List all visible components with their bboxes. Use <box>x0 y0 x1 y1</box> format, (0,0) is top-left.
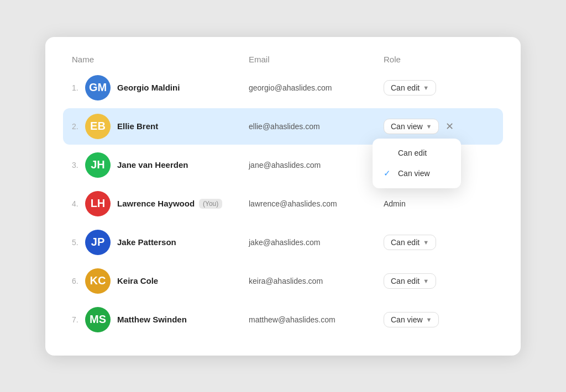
table-row: 2.EBEllie Brentellie@ahaslides.comCan vi… <box>63 108 503 145</box>
chevron-down-icon: ▼ <box>423 278 429 284</box>
table-row: 4.LHLawrence Haywood(You)lawrence@ahasli… <box>63 186 503 222</box>
name-cell: 5.JPJake Patterson <box>72 230 249 255</box>
name-cell: 3.JHJane van Heerden <box>72 152 249 178</box>
role-dropdown-wrapper: Can view▼Can edit✓Can view <box>384 119 439 134</box>
role-dropdown-label: Can edit <box>391 83 420 92</box>
role-dropdown-wrapper: Can edit▼ <box>384 80 436 96</box>
chevron-down-icon: ▼ <box>423 84 429 91</box>
avatar: MS <box>85 307 111 332</box>
role-dropdown-wrapper: Can edit▼ <box>384 273 436 289</box>
row-number: 6. <box>72 277 82 285</box>
name-cell: 1.GMGeorgio Maldini <box>72 75 249 100</box>
role-dropdown-label: Can view <box>391 315 423 324</box>
col-role: Role <box>384 55 494 64</box>
you-badge: (You) <box>199 199 222 209</box>
role-dropdown-label: Can edit <box>391 238 420 247</box>
user-permissions-card: Name Email Role 1.GMGeorgio Maldinigeorg… <box>45 37 521 356</box>
role-dropdown-wrapper: Can edit▼ <box>384 235 436 250</box>
role-cell: Can view▼ <box>384 312 494 327</box>
avatar: LH <box>85 191 111 216</box>
role-dropdown-button[interactable]: Can edit▼ <box>384 235 436 250</box>
role-label: Admin <box>384 199 406 208</box>
role-dropdown-button[interactable]: Can view▼ <box>384 312 439 327</box>
user-name: Lawrence Haywood <box>117 199 195 208</box>
row-number: 2. <box>72 122 82 131</box>
col-email: Email <box>249 55 384 64</box>
email-cell: jane@ahaslides.com <box>249 161 384 169</box>
avatar: JH <box>85 152 111 178</box>
user-name: Jane van Heerden <box>117 160 188 169</box>
name-cell: 7.MSMatthew Swinden <box>72 307 249 332</box>
email-cell: ellie@ahaslides.com <box>249 122 384 131</box>
email-cell: georgio@ahaslides.com <box>249 83 384 92</box>
email-cell: keira@ahaslides.com <box>249 277 384 285</box>
avatar: GM <box>85 75 111 100</box>
user-name: Keira Cole <box>117 276 158 285</box>
name-cell: 2.EBEllie Brent <box>72 114 249 139</box>
row-number: 3. <box>72 161 82 169</box>
chevron-down-icon: ▼ <box>426 123 432 130</box>
row-number: 5. <box>72 238 82 247</box>
col-name: Name <box>72 55 249 64</box>
email-cell: lawrence@ahaslides.com <box>249 199 384 208</box>
rows-container: 1.GMGeorgio Maldinigeorgio@ahaslides.com… <box>63 70 503 338</box>
avatar: KC <box>85 268 111 294</box>
table-row: 5.JPJake Pattersonjake@ahaslides.comCan … <box>63 224 503 261</box>
role-cell: Can edit▼ <box>384 80 494 96</box>
dropdown-option[interactable]: Can edit <box>373 143 461 163</box>
user-name: Georgio Maldini <box>117 83 180 92</box>
role-dropdown-label: Can view <box>391 122 423 131</box>
user-name: Jake Patterson <box>117 237 176 247</box>
dropdown-option-label: Can edit <box>398 149 427 157</box>
role-dropdown-button[interactable]: Can edit▼ <box>384 80 436 96</box>
role-cell: Can edit▼ <box>384 273 494 289</box>
table-row: 7.MSMatthew Swindenmatthew@ahaslides.com… <box>63 301 503 338</box>
role-dropdown-menu: Can edit✓Can view <box>373 139 461 188</box>
user-name: Ellie Brent <box>117 121 158 131</box>
name-cell: 6.KCKeira Cole <box>72 268 249 294</box>
email-cell: matthew@ahaslides.com <box>249 315 384 324</box>
row-number: 1. <box>72 83 82 92</box>
chevron-down-icon: ▼ <box>426 316 432 323</box>
avatar: EB <box>85 114 111 139</box>
check-icon: ✓ <box>384 168 392 178</box>
chevron-down-icon: ▼ <box>423 239 429 246</box>
dropdown-option[interactable]: ✓Can view <box>373 163 461 184</box>
role-cell: Can edit▼ <box>384 235 494 250</box>
close-button[interactable]: ✕ <box>443 119 456 134</box>
table-header: Name Email Role <box>63 55 503 70</box>
role-cell: Admin <box>384 199 494 208</box>
table-row: 6.KCKeira Colekeira@ahaslides.comCan edi… <box>63 263 503 299</box>
email-cell: jake@ahaslides.com <box>249 238 384 247</box>
role-dropdown-wrapper: Can view▼ <box>384 312 439 327</box>
role-dropdown-button[interactable]: Can view▼ <box>384 119 439 134</box>
role-dropdown-button[interactable]: Can edit▼ <box>384 273 436 289</box>
role-cell: Can view▼Can edit✓Can view✕ <box>384 119 494 134</box>
role-dropdown-label: Can edit <box>391 277 420 285</box>
row-number: 7. <box>72 315 82 324</box>
name-cell: 4.LHLawrence Haywood(You) <box>72 191 249 216</box>
user-name: Matthew Swinden <box>117 315 187 324</box>
table-row: 1.GMGeorgio Maldinigeorgio@ahaslides.com… <box>63 70 503 106</box>
dropdown-option-label: Can view <box>398 169 430 178</box>
avatar: JP <box>85 230 111 255</box>
row-number: 4. <box>72 199 82 208</box>
